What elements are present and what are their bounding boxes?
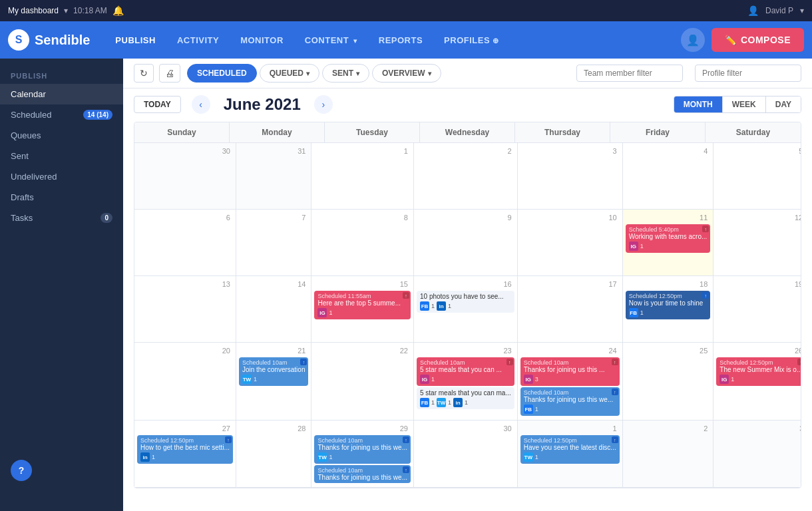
sidebar-item-queues[interactable]: Queues xyxy=(0,125,123,146)
calendar-event[interactable]: ↑Scheduled 5:40pmWorking with teams acro… xyxy=(626,224,711,253)
calendar-event[interactable]: ↑Scheduled 12:50pmHow to get the best mi… xyxy=(137,435,233,464)
view-week-button[interactable]: WEEK xyxy=(723,96,766,112)
day-number: 10 xyxy=(520,212,620,224)
col-tuesday: Tuesday xyxy=(325,122,420,143)
calendar-cell[interactable]: 18↑Scheduled 12:50pmNow is your time to … xyxy=(623,276,714,343)
event-title: 10 photos you have to see... xyxy=(420,293,511,300)
sidebar-calendar-label: Calendar xyxy=(11,89,46,99)
calendar-cell[interactable]: 14 xyxy=(236,276,312,343)
calendar-cell[interactable]: 22 xyxy=(311,343,414,421)
nav-monitor[interactable]: MONITOR xyxy=(231,30,293,51)
calendar-cell[interactable]: 7 xyxy=(236,210,312,276)
calendar-event[interactable]: ↑Scheduled 10amJoin the conversationTW1 xyxy=(239,357,309,386)
nav-activity[interactable]: ACTIVITY xyxy=(168,30,228,51)
view-day-button[interactable]: DAY xyxy=(766,96,801,112)
dashboard-name[interactable]: My dashboard xyxy=(8,6,59,15)
day-number: 6 xyxy=(137,212,233,224)
calendar-cell[interactable]: 8 xyxy=(311,210,414,276)
calendar-event[interactable]: ↑Scheduled 10amThanks for joining us thi… xyxy=(520,387,620,416)
next-month-button[interactable]: › xyxy=(314,95,333,114)
ig-icon: IG xyxy=(719,375,729,384)
ig-icon: IG xyxy=(420,375,429,384)
main-layout: PUBLISH Calendar Scheduled 14 (14) Queue… xyxy=(0,59,812,511)
day-number: 22 xyxy=(314,345,411,357)
help-button[interactable]: ? xyxy=(11,460,32,481)
calendar-cell[interactable]: 28 xyxy=(236,421,312,488)
calendar-cell[interactable]: 6 xyxy=(134,210,236,276)
sidebar-item-undelivered[interactable]: Undelivered xyxy=(0,166,123,187)
logo[interactable]: S Sendible xyxy=(8,29,90,51)
calendar-event[interactable]: ↑Scheduled 12:50pmThe new Summer Mix is … xyxy=(716,357,801,386)
refresh-button[interactable]: ↻ xyxy=(134,64,154,83)
tab-sent[interactable]: SENT ▾ xyxy=(322,64,369,83)
calendar-cell[interactable]: 5 xyxy=(713,143,801,210)
profile-filter-input[interactable] xyxy=(695,65,801,82)
today-button[interactable]: TODAY xyxy=(134,96,181,113)
event-count: 1 xyxy=(448,399,451,406)
calendar-cell[interactable]: 9 xyxy=(414,210,518,276)
calendar-event[interactable]: ↑Scheduled 11:55amHere are the top 5 sum… xyxy=(314,291,411,319)
day-number: 15 xyxy=(314,279,411,291)
calendar-cell[interactable]: 2 xyxy=(623,421,714,488)
view-month-button[interactable]: MONTH xyxy=(674,96,723,112)
calendar-cell[interactable]: 4 xyxy=(623,143,714,210)
nav-publish[interactable]: PUBLISH xyxy=(106,30,165,51)
print-button[interactable]: 🖨 xyxy=(159,64,180,83)
user-caret: ▾ xyxy=(800,6,804,15)
calendar-cell[interactable]: 1 xyxy=(311,143,414,210)
calendar-cell[interactable]: 19 xyxy=(713,276,801,343)
calendar-cell[interactable]: 10 xyxy=(518,210,623,276)
calendar-cell[interactable]: 3 xyxy=(518,143,623,210)
prev-month-button[interactable]: ‹ xyxy=(192,95,210,114)
calendar-cell[interactable]: 30 xyxy=(134,143,236,210)
calendar-cell[interactable]: 11↑Scheduled 5:40pmWorking with teams ac… xyxy=(623,210,714,276)
calendar-event[interactable]: ↑Scheduled 10amThanks for joining us thi… xyxy=(314,465,411,483)
calendar-event[interactable]: ↑Scheduled 12:50pmNow is your time to sh… xyxy=(626,291,711,319)
calendar-event[interactable]: 5 star meals that you can ma...FB1TW1in1 xyxy=(417,387,514,409)
sidebar-item-calendar[interactable]: Calendar xyxy=(0,84,123,104)
nav-reports[interactable]: REPORTS xyxy=(369,30,432,51)
sidebar-item-drafts[interactable]: Drafts xyxy=(0,187,123,208)
calendar-cell[interactable]: 25 xyxy=(623,343,714,421)
day-number: 18 xyxy=(626,279,711,291)
calendar-event[interactable]: 10 photos you have to see...FB1in1 xyxy=(417,291,514,313)
bell-icon[interactable]: 🔔 xyxy=(112,5,124,16)
calendar-cell[interactable]: 1↑Scheduled 12:50pmHave you seen the lat… xyxy=(518,421,623,488)
add-user-button[interactable]: 👤 xyxy=(681,28,705,52)
event-icons: TW1 xyxy=(317,452,407,462)
day-number: 2 xyxy=(417,146,514,158)
calendar-cell[interactable]: 23↑Scheduled 10am5 star meals that you c… xyxy=(414,343,518,421)
calendar-cell[interactable]: 20 xyxy=(134,343,236,421)
tab-scheduled[interactable]: SCHEDULED xyxy=(187,64,257,83)
calendar-cell[interactable]: 21↑Scheduled 10amJoin the conversationTW… xyxy=(236,343,312,421)
sidebar-item-scheduled[interactable]: Scheduled 14 (14) xyxy=(0,104,123,125)
calendar-cell[interactable]: 27↑Scheduled 12:50pmHow to get the best … xyxy=(134,421,236,488)
tab-queued[interactable]: QUEUED ▾ xyxy=(260,64,319,83)
calendar-cell[interactable]: 13 xyxy=(134,276,236,343)
calendar-event[interactable]: ↑Scheduled 10am5 star meals that you can… xyxy=(417,357,514,386)
team-filter-input[interactable] xyxy=(576,65,683,82)
calendar-cell[interactable]: 1610 photos you have to see...FB1in1 xyxy=(414,276,518,343)
calendar-cell[interactable]: 2 xyxy=(414,143,518,210)
sidebar-item-sent[interactable]: Sent xyxy=(0,146,123,166)
calendar-cell[interactable]: 17 xyxy=(518,276,623,343)
day-number: 17 xyxy=(520,279,620,291)
sidebar-item-tasks[interactable]: Tasks 0 xyxy=(0,208,123,228)
calendar-cell[interactable]: 3 xyxy=(713,421,801,488)
calendar-event[interactable]: ↑Scheduled 10amThanks for joining us thi… xyxy=(314,435,411,464)
calendar-cell[interactable]: 30 xyxy=(414,421,518,488)
compose-button[interactable]: ✏️ COMPOSE xyxy=(711,28,804,52)
nav-content[interactable]: CONTENT ▾ xyxy=(296,30,367,51)
nav-profiles[interactable]: PROFILES ⊕ xyxy=(435,30,508,51)
user-name[interactable]: David P xyxy=(765,6,793,15)
calendar-event[interactable]: ↑Scheduled 10amThanks for joining us thi… xyxy=(520,357,620,386)
calendar-cell[interactable]: 15↑Scheduled 11:55amHere are the top 5 s… xyxy=(311,276,414,343)
calendar-cell[interactable]: 26↑Scheduled 12:50pmThe new Summer Mix i… xyxy=(713,343,801,421)
tab-overview[interactable]: OVERVIEW ▾ xyxy=(372,64,441,83)
calendar-cell[interactable]: 12 xyxy=(713,210,801,276)
calendar-cell[interactable]: 29↑Scheduled 10amThanks for joining us t… xyxy=(311,421,414,488)
calendar-cell[interactable]: 31 xyxy=(236,143,312,210)
calendar-event[interactable]: ↑Scheduled 12:50pmHave you seen the late… xyxy=(520,435,620,464)
day-number: 4 xyxy=(626,146,711,158)
calendar-cell[interactable]: 24↑Scheduled 10amThanks for joining us t… xyxy=(518,343,623,421)
